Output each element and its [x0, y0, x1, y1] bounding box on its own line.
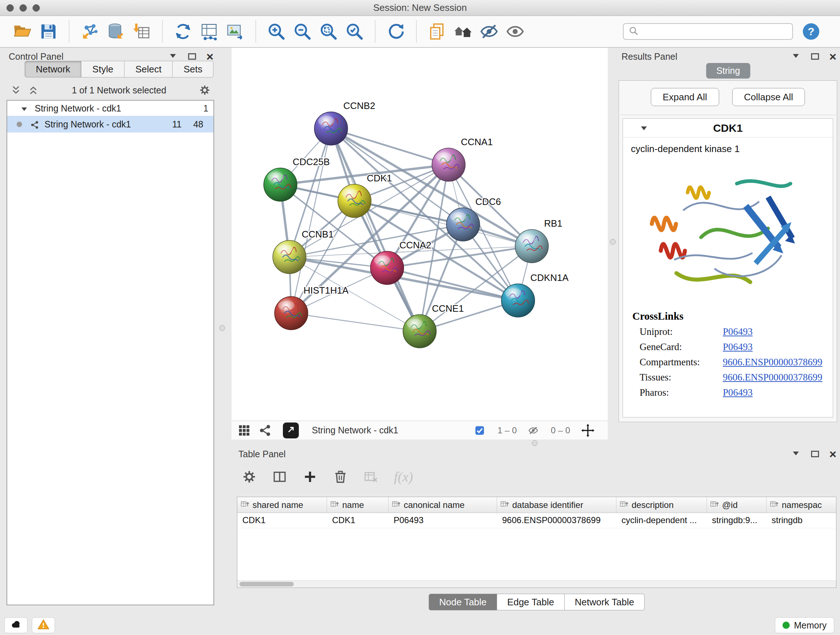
column-sort-icon — [619, 499, 629, 511]
crosslink-link[interactable]: P06493 — [723, 326, 753, 337]
column-sort-icon — [710, 499, 719, 511]
column-header--id[interactable]: @id — [707, 497, 767, 513]
horizontal-scrollbar[interactable] — [237, 580, 836, 587]
network-from-table-button[interactable] — [198, 21, 220, 42]
crosslink-link[interactable]: P06493 — [723, 341, 753, 353]
zoom-out-button[interactable] — [292, 21, 313, 42]
refresh-layout-button[interactable] — [385, 21, 407, 42]
gene-card-header[interactable]: CDK1 — [623, 119, 833, 138]
toolbar-separator — [162, 20, 163, 43]
zoom-selected-button[interactable] — [344, 21, 365, 42]
status-bar: Memory — [0, 616, 840, 635]
column-header-database-identifier[interactable]: database identifier — [497, 497, 616, 513]
splitter-handle[interactable] — [532, 440, 538, 446]
open-session-button[interactable] — [11, 21, 33, 42]
selected-nodes-checkbox-icon[interactable] — [474, 425, 485, 436]
tab-sets[interactable]: Sets — [172, 61, 213, 78]
column-header-namespac[interactable]: namespac — [767, 497, 836, 513]
tab-edge-table[interactable]: Edge Table — [497, 594, 565, 610]
crosslink-link[interactable]: P06493 — [723, 387, 753, 398]
gene-card: CDK1 cyclin-dependent kinase 1 — [622, 119, 833, 417]
network-collection-row[interactable]: String Network - cdk1 1 — [7, 101, 213, 116]
collapse-all-button[interactable]: Collapse All — [732, 88, 805, 106]
network-overview-icon[interactable] — [258, 424, 272, 437]
table-cell[interactable]: CDK1 — [237, 513, 327, 528]
panel-close-icon[interactable]: × — [829, 50, 836, 63]
add-column-icon[interactable] — [303, 470, 317, 484]
splitter-handle[interactable] — [219, 325, 225, 331]
tab-network[interactable]: Network — [25, 61, 81, 78]
tab-style[interactable]: Style — [81, 61, 125, 78]
search-input[interactable] — [642, 27, 788, 36]
column-header-shared-name[interactable]: shared name — [237, 497, 327, 513]
network-graph[interactable]: CCNB2CCNA1CDC25BCDK1CDC6RB1CCNB1CCNA2CDK… — [232, 48, 608, 421]
detach-view-button[interactable] — [283, 423, 299, 439]
column-header-name[interactable]: name — [327, 497, 388, 513]
table-cell[interactable]: P06493 — [388, 513, 497, 528]
zoom-in-button[interactable] — [265, 21, 287, 42]
protein-structure-image — [623, 157, 833, 304]
birds-eye-view-icon[interactable] — [237, 424, 251, 437]
crosslink-link[interactable]: 9606.ENSP00000378699 — [723, 372, 822, 383]
delete-column-icon[interactable] — [333, 470, 347, 484]
crosslink-label: Pharos: — [639, 387, 723, 398]
export-image-button[interactable] — [224, 21, 246, 42]
tab-network-table[interactable]: Network Table — [565, 594, 645, 610]
expand-all-networks-icon[interactable] — [27, 84, 39, 96]
network-options-gear-icon[interactable] — [199, 84, 210, 96]
zoom-fit-button[interactable] — [317, 21, 339, 42]
scrollbar-thumb[interactable] — [240, 582, 294, 586]
collection-expander-icon[interactable] — [19, 103, 29, 113]
column-header-description[interactable]: description — [616, 497, 707, 513]
fit-content-icon[interactable] — [581, 424, 595, 437]
tab-select[interactable]: Select — [125, 61, 172, 78]
column-header-canonical-name[interactable]: canonical name — [388, 497, 497, 513]
show-graphics-button[interactable] — [504, 21, 526, 42]
hide-graphics-button[interactable] — [478, 21, 500, 42]
tab-node-table[interactable]: Node Table — [429, 594, 497, 610]
panel-float-icon[interactable] — [188, 53, 196, 60]
column-sort-icon — [392, 499, 401, 511]
hidden-elements-icon[interactable] — [528, 425, 538, 436]
warnings-button[interactable] — [32, 617, 55, 633]
table-cell[interactable]: stringdb — [767, 513, 836, 528]
warning-icon — [37, 618, 50, 632]
network-row-selected[interactable]: String Network - cdk1 11 48 — [7, 116, 213, 133]
toolbar-separator — [416, 20, 417, 43]
show-columns-icon[interactable] — [272, 470, 287, 484]
table-cell[interactable]: stringdb:9... — [707, 513, 767, 528]
expand-all-button[interactable]: Expand All — [651, 88, 719, 106]
collapse-all-networks-icon[interactable] — [10, 84, 22, 96]
panel-float-icon[interactable] — [811, 53, 819, 60]
svg-text:RB1: RB1 — [544, 218, 562, 229]
panel-close-icon[interactable]: × — [829, 448, 836, 460]
import-network-database-button[interactable] — [105, 21, 126, 42]
main-toolbar: ? — [0, 16, 840, 48]
table-cell[interactable]: cyclin-dependent ... — [616, 513, 707, 528]
network-tree: String Network - cdk1 1 String Network -… — [6, 100, 214, 605]
panel-menu-icon[interactable] — [791, 448, 801, 460]
search-box[interactable] — [623, 23, 793, 40]
splitter-handle[interactable] — [610, 239, 616, 245]
save-session-button[interactable] — [38, 21, 59, 42]
import-table-file-button[interactable] — [131, 21, 153, 42]
annotation-copy-button[interactable] — [426, 21, 448, 42]
string-results-tab[interactable]: String — [706, 63, 750, 79]
panel-float-icon[interactable] — [811, 451, 819, 457]
panel-menu-icon[interactable] — [791, 51, 801, 62]
cloud-status-button[interactable] — [4, 617, 27, 633]
table-cell[interactable]: 9606.ENSP00000378699 — [497, 513, 616, 528]
home-views-button[interactable] — [452, 21, 474, 42]
function-builder-icon-disabled: f(x) — [394, 469, 413, 485]
help-button[interactable]: ? — [800, 21, 822, 42]
gene-collapse-icon[interactable] — [639, 123, 649, 135]
table-row[interactable]: CDK1CDK1P064939606.ENSP00000378699cyclin… — [237, 513, 836, 528]
clone-network-button[interactable] — [172, 21, 194, 42]
memory-button[interactable]: Memory — [775, 617, 834, 633]
network-view-title: String Network - cdk1 — [312, 425, 398, 435]
network-canvas[interactable]: CCNB2CCNA1CDC25BCDK1CDC6RB1CCNB1CCNA2CDK… — [232, 48, 608, 421]
import-network-file-button[interactable] — [79, 21, 101, 42]
table-options-gear-icon[interactable] — [242, 470, 256, 484]
table-cell[interactable]: CDK1 — [327, 513, 388, 528]
crosslink-link[interactable]: 9606.ENSP00000378699 — [723, 356, 822, 368]
